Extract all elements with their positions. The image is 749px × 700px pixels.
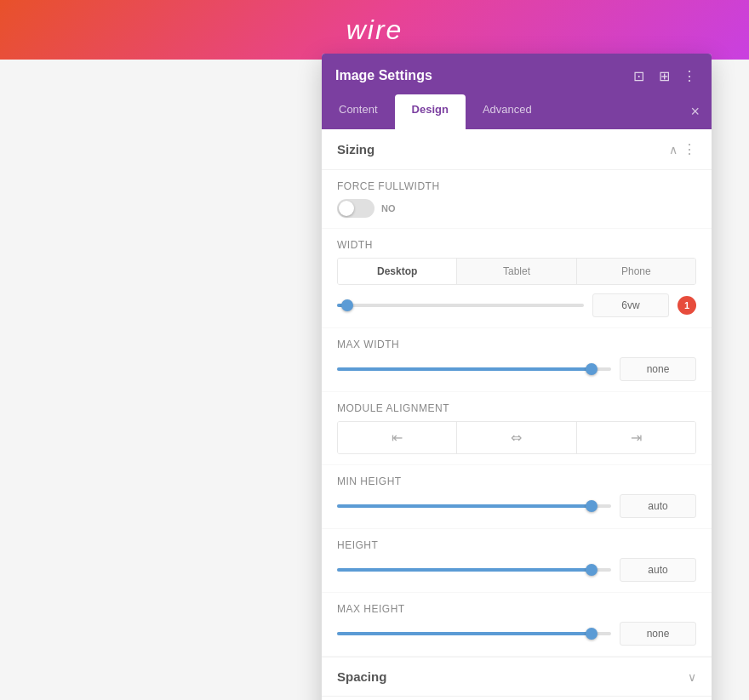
max-height-slider-thumb[interactable] (586, 628, 597, 640)
panel-title: Image Settings (335, 68, 432, 94)
panel-header-icons: ⊡ ⊞ ⋮ (630, 67, 698, 94)
panel-close-button[interactable]: × (678, 94, 712, 129)
align-left-button[interactable]: ⇤ (338, 422, 457, 453)
modal-panel: Image Settings ⊡ ⊞ ⋮ Content Design Adva… (322, 54, 712, 700)
force-fullwidth-row: Force Fullwidth NO (322, 170, 712, 229)
height-value[interactable]: auto (620, 558, 696, 582)
max-width-row: Max Width none (322, 328, 712, 392)
module-alignment-label: Module Alignment (337, 402, 696, 414)
device-tab-phone[interactable]: Phone (577, 259, 695, 284)
spacing-title: Spacing (337, 669, 386, 684)
header-bar: wire (0, 0, 749, 60)
height-slider-fill (337, 568, 592, 572)
height-slider-row: auto (337, 558, 696, 582)
width-slider-track[interactable] (337, 304, 584, 307)
width-slider-row: 6vw 1 (337, 293, 696, 317)
width-slider-thumb[interactable] (341, 299, 353, 311)
alignment-row: ⇤ ⇔ ⇥ (337, 421, 696, 454)
sizing-options-icon[interactable]: ⋮ (683, 141, 696, 157)
panel-body: Sizing ∧ ⋮ Force Fullwidth NO Width Desk… (322, 129, 712, 700)
min-height-slider-row: auto (337, 494, 696, 518)
section-controls: ∧ ⋮ (669, 141, 696, 157)
max-width-slider-row: none (337, 357, 696, 381)
force-fullwidth-label: Force Fullwidth (337, 180, 696, 192)
tabs-bar: Content Design Advanced × (322, 94, 712, 129)
height-slider-thumb[interactable] (586, 564, 597, 576)
width-label: Width (337, 239, 696, 251)
width-row: Width Desktop Tablet Phone 6vw 1 (322, 229, 712, 328)
max-width-slider-fill (337, 367, 592, 371)
max-width-slider-track[interactable] (337, 367, 611, 371)
width-badge: 1 (678, 296, 696, 315)
min-height-value[interactable]: auto (620, 494, 696, 518)
device-tabs: Desktop Tablet Phone (337, 258, 696, 285)
max-width-label: Max Width (337, 339, 696, 350)
device-tab-desktop[interactable]: Desktop (338, 259, 457, 284)
toggle-state-label: NO (381, 203, 396, 213)
max-height-slider-row: none (337, 622, 696, 646)
height-label: Height (337, 539, 696, 551)
more-options-icon[interactable]: ⋮ (681, 67, 698, 84)
module-alignment-row: Module Alignment ⇤ ⇔ ⇥ (322, 392, 712, 465)
sizing-collapse-icon[interactable]: ∧ (669, 143, 678, 157)
sizing-title: Sizing (337, 142, 374, 157)
settings-icon[interactable]: ⊡ (630, 67, 647, 84)
columns-icon[interactable]: ⊞ (655, 67, 672, 84)
toggle-knob (339, 201, 354, 216)
align-right-button[interactable]: ⇥ (577, 422, 695, 453)
sizing-section-header: Sizing ∧ ⋮ (322, 129, 712, 170)
max-width-value[interactable]: none (620, 357, 696, 381)
height-row: Height auto (322, 529, 712, 593)
force-fullwidth-toggle[interactable] (337, 199, 374, 218)
tab-content[interactable]: Content (322, 94, 395, 129)
max-width-slider-thumb[interactable] (586, 363, 597, 375)
max-height-label: Max Height (337, 603, 696, 615)
align-center-button[interactable]: ⇔ (457, 422, 576, 453)
tab-advanced[interactable]: Advanced (466, 94, 549, 129)
height-slider-track[interactable] (337, 568, 611, 572)
spacing-section[interactable]: Spacing ∨ (322, 657, 712, 696)
toggle-container: NO (337, 199, 696, 218)
panel-header: Image Settings ⊡ ⊞ ⋮ (322, 54, 712, 94)
min-height-row: Min Height auto (322, 465, 712, 529)
max-height-row: Max Height none (322, 593, 712, 657)
max-height-slider-track[interactable] (337, 632, 611, 635)
tab-design[interactable]: Design (395, 94, 466, 129)
min-height-slider-thumb[interactable] (586, 500, 597, 512)
width-value[interactable]: 6vw (592, 293, 669, 317)
border-section[interactable]: Border ∨ (322, 696, 712, 700)
min-height-slider-fill (337, 504, 592, 508)
spacing-chevron-icon: ∨ (688, 670, 696, 684)
min-height-slider-track[interactable] (337, 504, 611, 508)
max-height-slider-fill (337, 632, 592, 635)
min-height-label: Min Height (337, 475, 696, 487)
max-height-value[interactable]: none (620, 622, 696, 646)
device-tab-tablet[interactable]: Tablet (457, 259, 576, 284)
logo: wire (346, 14, 403, 46)
